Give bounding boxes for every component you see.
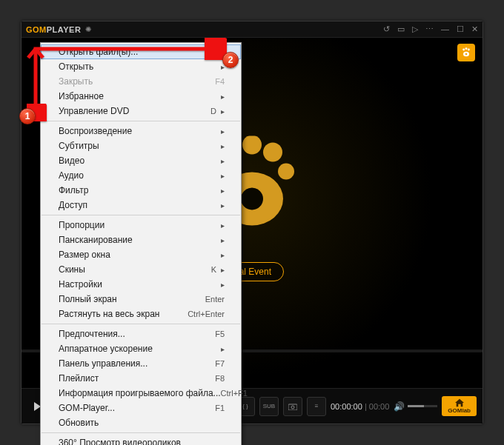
svg-point-8 <box>278 163 294 179</box>
svg-point-0 <box>462 49 465 51</box>
speaker-icon: 🔊 <box>394 401 405 412</box>
menu-item-label: Плейлист <box>59 373 215 384</box>
menu-item-label: Растянуть на весь экран <box>59 309 188 319</box>
window-controls: ↺ ▭ ▷ ⋯ — ☐ ✕ <box>383 24 478 34</box>
menu-item-label: Воспроизведение <box>59 126 221 136</box>
menu-item[interactable]: Доступ▸ <box>41 198 241 213</box>
screenshot-button[interactable] <box>283 397 302 416</box>
menu-item-shortcut: F8 <box>215 374 225 383</box>
menu-item-label: Настройки <box>59 279 221 290</box>
menu-item-shortcut: F1 <box>215 404 225 412</box>
sub-button[interactable]: SUB <box>259 397 279 416</box>
menu-item-label: GOM-Player... <box>59 403 215 413</box>
logo-badge[interactable] <box>457 44 475 61</box>
chevron-right-icon: ▸ <box>221 236 225 244</box>
menu-item-label: Информация проигрываемого файла... <box>59 388 221 398</box>
chevron-right-icon: ▸ <box>221 345 225 353</box>
menu-item-label: Аудио <box>59 170 221 181</box>
chevron-right-icon: ▸ <box>221 127 225 135</box>
menu-item[interactable]: 360° Просмотр видеороликов <box>41 435 241 445</box>
menu-item-shortcut: F7 <box>215 359 225 368</box>
time-current: 00:00:00 <box>331 402 362 411</box>
chevron-right-icon: ▸ <box>221 172 225 180</box>
svg-point-13 <box>291 406 294 409</box>
menu-item-label: 360° Просмотр видеороликов <box>59 438 225 445</box>
menu-separator <box>42 324 240 324</box>
svg-point-2 <box>468 49 470 51</box>
paw-icon <box>460 47 472 58</box>
svg-point-4 <box>465 53 468 56</box>
menu-item-label: Полный экран <box>59 294 205 304</box>
annotation-badge-1: 1 <box>19 108 36 124</box>
annotation-badge-2: 2 <box>222 52 239 68</box>
menu-item-label: Панель управления... <box>59 358 215 369</box>
ontop-icon[interactable]: ▷ <box>412 24 418 34</box>
menu-item[interactable]: GOM-Player...F1 <box>41 401 241 415</box>
menu-item-label: Доступ <box>59 200 221 210</box>
menu-item[interactable]: Информация проигрываемого файла...Ctrl+F… <box>41 386 241 401</box>
menu-item-shortcut: F5 <box>215 329 225 338</box>
menu-item-label: Обновить <box>59 418 225 428</box>
menu-item[interactable]: Размер окна▸ <box>41 247 241 262</box>
menu-item[interactable]: Видео▸ <box>41 153 241 168</box>
menu-separator <box>42 432 240 433</box>
menu-item-label: Пансканирование <box>59 235 221 245</box>
menu-item-label: Пропорции <box>59 220 221 230</box>
svg-point-10 <box>241 187 263 210</box>
volume-slider[interactable] <box>408 405 437 407</box>
svg-point-7 <box>263 142 282 161</box>
menu-item[interactable]: Воспроизведение▸ <box>41 124 241 138</box>
menu-item[interactable]: СкиныK▸ <box>41 262 241 277</box>
menu-item[interactable]: Полный экранEnter <box>41 292 241 307</box>
volume-control[interactable]: 🔊 <box>394 401 437 412</box>
menu-item[interactable]: Панель управления...F7 <box>41 356 241 371</box>
menu-item-label: Фильтр <box>59 185 221 195</box>
svg-point-1 <box>465 47 468 50</box>
menu-item[interactable]: Растянуть на весь экранCtrl+Enter <box>41 307 241 321</box>
menu-item-label: Субтитры <box>59 141 221 151</box>
menu-item[interactable]: Обновить <box>41 415 241 430</box>
chevron-right-icon: ▸ <box>221 201 225 210</box>
menu-item-shortcut: Enter <box>205 295 225 304</box>
playlist-button[interactable]: ≡ <box>307 397 326 416</box>
menu-item-label: Скины <box>59 264 211 275</box>
annotation-arrow <box>27 33 234 121</box>
time-duration: 00:00 <box>369 402 390 411</box>
chevron-right-icon: ▸ <box>221 266 225 274</box>
repeat-icon[interactable]: ↺ <box>383 24 390 34</box>
minimize-icon[interactable]: — <box>441 24 449 34</box>
home-icon <box>454 398 465 407</box>
menu-item-label: Аппаратное ускорение <box>59 344 221 354</box>
gomlab-button[interactable]: GOMlab <box>442 396 477 416</box>
more-icon[interactable]: ⋯ <box>425 24 434 34</box>
menu-item[interactable]: Пансканирование▸ <box>41 232 241 247</box>
menu-item[interactable]: Предпочтения...F5 <box>41 327 241 341</box>
menu-item[interactable]: ПлейлистF8 <box>41 371 241 386</box>
menu-item-label: Размер окна <box>59 250 221 260</box>
menu-item-shortcut: Ctrl+Enter <box>188 310 225 318</box>
menu-item[interactable]: Пропорции▸ <box>41 218 241 232</box>
menu-separator <box>42 215 240 215</box>
close-icon[interactable]: ✕ <box>471 24 478 34</box>
chevron-right-icon: ▸ <box>221 251 225 259</box>
chevron-right-icon: ▸ <box>221 157 225 165</box>
menu-item-shortcut: K <box>211 265 216 274</box>
maximize-icon[interactable]: ☐ <box>457 24 464 34</box>
menu-item-label: Предпочтения... <box>59 329 215 339</box>
menu-item[interactable]: Фильтр▸ <box>41 183 241 198</box>
svg-point-6 <box>242 135 262 154</box>
chevron-right-icon: ▸ <box>221 187 225 195</box>
menu-item-shortcut: Ctrl+F1 <box>221 389 248 398</box>
menu-item[interactable]: Аудио▸ <box>41 168 241 183</box>
chevron-right-icon: ▸ <box>221 281 225 289</box>
chevron-right-icon: ▸ <box>221 142 225 150</box>
time-display: 00:00:00 | 00:00 <box>331 402 389 411</box>
menu-item[interactable]: Аппаратное ускорение▸ <box>41 341 241 356</box>
svg-rect-12 <box>288 404 297 410</box>
menu-item-label: Видео <box>59 155 221 166</box>
pip-icon[interactable]: ▭ <box>397 24 405 34</box>
menu-item[interactable]: Настройки▸ <box>41 277 241 292</box>
chevron-right-icon: ▸ <box>221 221 225 230</box>
menu-item[interactable]: Субтитры▸ <box>41 138 241 153</box>
